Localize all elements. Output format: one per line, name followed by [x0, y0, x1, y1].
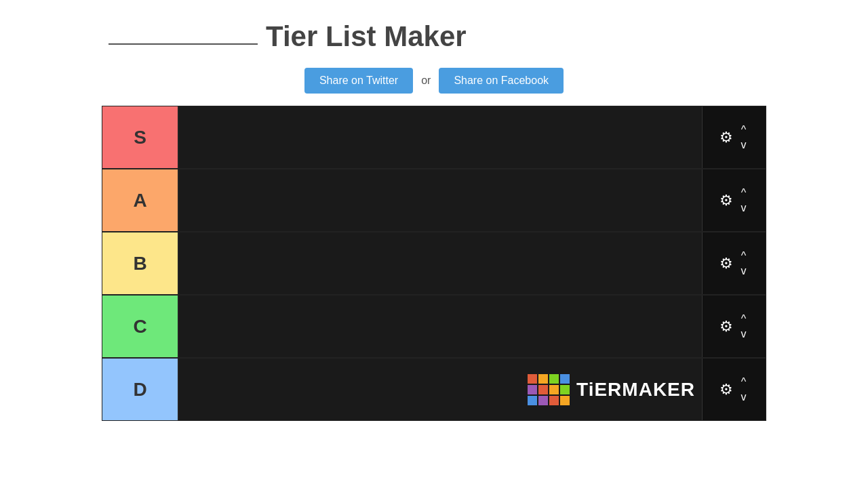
tier-controls-c: ⚙ ^ v	[703, 296, 766, 357]
tier-content-a[interactable]	[179, 169, 703, 231]
arrow-up-s[interactable]: ^	[738, 123, 749, 137]
arrow-down-b[interactable]: v	[738, 264, 749, 278]
tier-label-s: S	[102, 106, 179, 168]
tm-text: TiERMAKER	[576, 379, 695, 401]
tier-content-s[interactable]	[179, 106, 703, 168]
tm-logo-grid	[528, 374, 570, 405]
tier-label-d: D	[102, 359, 179, 420]
tier-content-c[interactable]	[179, 296, 703, 357]
arrow-up-b[interactable]: ^	[738, 249, 749, 263]
tier-label-c: C	[102, 296, 179, 357]
tier-controls-s: ⚙ ^ v	[703, 106, 766, 168]
arrow-down-d[interactable]: v	[738, 390, 749, 404]
arrows-d: ^ v	[738, 375, 749, 404]
gear-icon-b[interactable]: ⚙	[719, 255, 733, 272]
tier-content-b[interactable]	[179, 232, 703, 294]
header-underline	[108, 43, 258, 45]
gear-icon-c[interactable]: ⚙	[719, 318, 733, 336]
arrows-b: ^ v	[738, 249, 749, 278]
arrow-up-c[interactable]: ^	[738, 312, 749, 326]
tier-controls-b: ⚙ ^ v	[703, 232, 766, 294]
arrow-down-s[interactable]: v	[738, 138, 749, 152]
page-title: Tier List Maker	[266, 20, 467, 53]
tier-row-s: S ⚙ ^ v	[102, 106, 766, 169]
arrows-a: ^ v	[738, 186, 749, 215]
tier-row-c: C ⚙ ^ v	[102, 295, 766, 358]
arrow-up-a[interactable]: ^	[738, 186, 749, 200]
tiermaker-watermark: TiERMAKER	[528, 374, 695, 405]
arrow-down-a[interactable]: v	[738, 201, 749, 215]
arrows-c: ^ v	[738, 312, 749, 341]
or-text: or	[421, 75, 431, 87]
tier-row-d: D TiERMAKER	[102, 358, 766, 421]
tier-table-wrapper: S ⚙ ^ v A ⚙ ^ v B ⚙ ^ v	[102, 106, 766, 421]
tier-label-b: B	[102, 232, 179, 294]
tier-controls-d: ⚙ ^ v	[703, 359, 766, 420]
tier-content-d[interactable]: TiERMAKER	[179, 359, 703, 420]
header: Tier List Maker	[0, 0, 868, 60]
arrows-s: ^ v	[738, 123, 749, 152]
share-twitter-button[interactable]: Share on Twitter	[304, 68, 413, 94]
arrow-down-c[interactable]: v	[738, 327, 749, 341]
share-facebook-button[interactable]: Share on Facebook	[439, 68, 564, 94]
tier-row-a: A ⚙ ^ v	[102, 169, 766, 232]
tier-controls-a: ⚙ ^ v	[703, 169, 766, 231]
gear-icon-d[interactable]: ⚙	[719, 381, 733, 399]
share-bar: Share on Twitter or Share on Facebook	[0, 68, 868, 94]
tier-row-b: B ⚙ ^ v	[102, 232, 766, 295]
tier-label-a: A	[102, 169, 179, 231]
arrow-up-d[interactable]: ^	[738, 375, 749, 389]
gear-icon-a[interactable]: ⚙	[719, 192, 733, 209]
gear-icon-s[interactable]: ⚙	[719, 129, 733, 146]
